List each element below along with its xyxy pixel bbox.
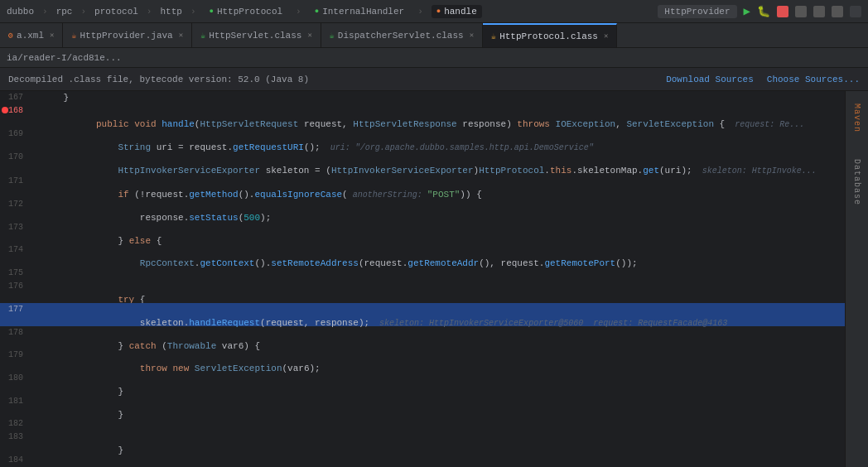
provider-dropdown[interactable]: HttpProvider	[658, 5, 736, 18]
nav-http[interactable]: http	[160, 7, 181, 17]
code-line-176: 176 try {	[0, 280, 845, 303]
search-btn[interactable]	[832, 6, 843, 17]
code-line-177: 177 skeleton.handleRequest(request, resp…	[0, 303, 845, 326]
stop-btn[interactable]	[777, 6, 788, 17]
java-icon: ☕	[71, 31, 76, 41]
code-line-178: 178 } catch (Throwable var6) {	[0, 326, 845, 349]
nav-rpc[interactable]: rpc	[56, 7, 73, 17]
build-btn[interactable]	[795, 6, 807, 17]
class-icon: ☕	[200, 31, 205, 41]
code-line-180: 180 }	[0, 372, 845, 395]
download-sources-button[interactable]: Download Sources	[666, 75, 754, 84]
dot-icon: ●	[436, 7, 441, 16]
code-line-167: 167 }	[0, 91, 845, 104]
breakpoint-dot	[2, 107, 8, 113]
code-line-183: 183 }	[0, 431, 845, 454]
breadcrumb-bar: ia/reader-I/acd81e...	[0, 48, 868, 68]
main-area: 167 } 168 public void handle(HttpServlet…	[0, 91, 868, 467]
close-tab-icon[interactable]: ✕	[307, 31, 311, 40]
xml-icon: ⚙	[8, 31, 13, 41]
code-line-174: 174 RpcContext.getContext().setRemoteAdd…	[0, 243, 845, 267]
class-icon: ☕	[330, 31, 335, 41]
code-line-169: 169 String uri = request.getRequestURI()…	[0, 128, 845, 151]
window-controls: HttpProvider ▶ 🐛	[658, 4, 861, 18]
database-icon[interactable]: Database	[847, 159, 867, 205]
tab-httpservlet-class[interactable]: ☕ HttpServlet.class ✕	[192, 23, 321, 47]
close-tab-icon[interactable]: ✕	[604, 31, 608, 41]
code-line-173: 173 } else {	[0, 221, 845, 244]
git-btn[interactable]	[813, 6, 825, 17]
tab-httprovider-java[interactable]: ☕ HttpProvider.java ✕	[63, 23, 192, 47]
close-tab-icon[interactable]: ✕	[470, 31, 474, 40]
code-line-182: 182	[0, 417, 845, 431]
run-icon[interactable]: ▶	[744, 4, 750, 18]
nav-dubbo[interactable]: dubbo	[7, 7, 34, 17]
info-bar: Decompiled .class file, bytecode version…	[0, 68, 868, 91]
maven-icon[interactable]: Maven	[847, 98, 867, 139]
decompiled-info: Decompiled .class file, bytecode version…	[8, 75, 666, 84]
class-icon: ☕	[491, 31, 496, 41]
nav-internalhandler[interactable]: ● InternalHandler	[310, 5, 409, 18]
file-tabs: ⚙ a.xml ✕ ☕ HttpProvider.java ✕ ☕ HttpSe…	[0, 23, 868, 48]
code-line-179: 179 throw new ServletException(var6);	[0, 349, 845, 372]
debug-icon[interactable]: 🐛	[757, 5, 770, 18]
code-line-170: 170 HttpInvokerServiceExporter skeleton …	[0, 151, 845, 174]
breadcrumb-path: ia/reader-I/acd81e...	[7, 53, 122, 63]
maximize-btn[interactable]	[850, 6, 861, 17]
choose-sources-button[interactable]: Choose Sources...	[767, 75, 860, 84]
tab-httpprotocol-class[interactable]: ☕ HttpProtocol.class ✕	[483, 23, 617, 47]
code-line-168: 168 public void handle(HttpServletReques…	[0, 104, 845, 128]
tab-a-xml[interactable]: ⚙ a.xml ✕	[0, 23, 63, 47]
dot-icon: ●	[209, 7, 213, 16]
dot-icon: ●	[315, 7, 319, 16]
code-line-181: 181 }	[0, 395, 845, 418]
code-editor[interactable]: 167 } 168 public void handle(HttpServlet…	[0, 91, 845, 467]
code-line-184: 184	[0, 454, 845, 467]
code-lines: 167 } 168 public void handle(HttpServlet…	[0, 91, 845, 467]
close-tab-icon[interactable]: ✕	[179, 31, 183, 40]
right-sidebar: Maven Database	[845, 91, 868, 467]
code-line-171: 171 if (!request.getMethod().equalsIgnor…	[0, 175, 845, 198]
nav-httpprotocol[interactable]: ● HttpProtocol	[204, 5, 287, 18]
tab-dispatcherservlet-class[interactable]: ☕ DispatcherServlet.class ✕	[321, 23, 483, 47]
nav-handle[interactable]: ● handle	[432, 5, 482, 18]
title-bar: dubbo › rpc › protocol › http › ● HttpPr…	[0, 0, 868, 23]
nav-protocol[interactable]: protocol	[94, 7, 138, 17]
code-line-172: 172 response.setStatus(500);	[0, 198, 845, 221]
close-tab-icon[interactable]: ✕	[50, 31, 54, 40]
code-line-175: 175	[0, 267, 845, 280]
